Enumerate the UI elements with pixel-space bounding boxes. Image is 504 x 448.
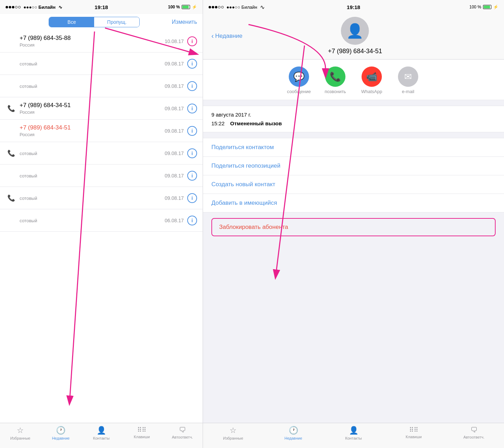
- call-date-2: 09.08.17: [165, 83, 184, 89]
- right-favorites-label: Избранные: [223, 436, 243, 440]
- call-type-7: сотовый: [20, 196, 165, 201]
- call-icon-3: 📞: [6, 105, 17, 112]
- call-item-3[interactable]: 📞 +7 (989) 684-34-51 Россия 09.08.17 i: [0, 97, 203, 120]
- info-btn-6[interactable]: i: [187, 171, 197, 181]
- info-btn-8[interactable]: i: [187, 216, 197, 225]
- right-header: ‹ Недавние 👤 +7 (989) 684-34-51: [203, 14, 504, 59]
- call-right-0: 10.08.17 i: [165, 36, 197, 46]
- info-btn-5[interactable]: i: [187, 148, 197, 158]
- back-button[interactable]: ‹ Недавние: [211, 32, 243, 40]
- right-keypad-icon: ⠿⠿: [409, 426, 418, 434]
- call-info-3: +7 (989) 684-34-51 Россия: [20, 102, 165, 115]
- call-item-4[interactable]: +7 (989) 684-34-51 Россия 09.08.17 i: [0, 120, 203, 142]
- call-type-8: сотовый: [20, 218, 165, 223]
- left-status-bar: ●●●○○ Билайн ∿ 19:18 100 % ⚡: [0, 0, 203, 14]
- left-voicemail-label: Автоответч.: [172, 435, 193, 439]
- whatsapp-circle: 📹: [362, 66, 382, 87]
- message-label: сообщение: [287, 89, 311, 94]
- action-row: 💬 сообщение 📞 позвонить 📹 WhatsApp ✉ e-m…: [203, 59, 504, 100]
- left-time: 19:18: [94, 4, 108, 10]
- call-info-7: сотовый: [20, 195, 165, 201]
- info-btn-7[interactable]: i: [187, 193, 197, 203]
- whatsapp-label: WhatsApp: [361, 89, 382, 94]
- signal-dots: [6, 6, 21, 8]
- info-btn-2[interactable]: i: [187, 81, 197, 91]
- right-carrier-name: ●●●○○ Билайн: [226, 5, 257, 10]
- segment-all[interactable]: Все: [49, 17, 94, 27]
- call-detail-status: Отмененный вызов: [230, 120, 282, 126]
- battery-icon: [182, 5, 190, 9]
- left-tab-contacts[interactable]: 👤 Контакты: [81, 426, 122, 440]
- call-date-0: 10.08.17: [165, 38, 184, 44]
- action-email[interactable]: ✉ e-mail: [394, 66, 422, 94]
- call-date-4: 09.08.17: [165, 128, 184, 134]
- right-tab-bar: ☆ Избранные 🕐 Недавние 👤 Контакты ⠿⠿ Кла…: [203, 423, 504, 448]
- right-battery-box: [483, 5, 491, 9]
- wifi-icon: ∿: [58, 5, 62, 10]
- action-message[interactable]: 💬 сообщение: [285, 66, 313, 94]
- phone-icon-3: 📞: [7, 105, 15, 112]
- action-whatsapp[interactable]: 📹 WhatsApp: [358, 66, 386, 94]
- call-number-4: +7 (989) 684-34-51: [20, 124, 165, 131]
- left-tab-keypad[interactable]: ⠿⠿ Клавиши: [121, 426, 162, 439]
- dot4: [15, 6, 18, 8]
- phone-icon-7: 📞: [7, 194, 15, 202]
- right-tab-favorites[interactable]: ☆ Избранные: [203, 426, 263, 440]
- email-label: e-mail: [402, 89, 414, 94]
- right-tab-recents[interactable]: 🕐 Недавние: [263, 426, 323, 440]
- segment-missed[interactable]: Пропущ.: [94, 17, 139, 27]
- menu-add-existing[interactable]: Добавить в имеющийся: [203, 194, 504, 212]
- call-right-7: 09.08.17 i: [165, 193, 197, 203]
- call-item-8[interactable]: сотовый 06.08.17 i: [0, 209, 203, 232]
- menu-share-location[interactable]: Поделиться геопозицией: [203, 157, 504, 175]
- call-info-4: +7 (989) 684-34-51 Россия: [20, 124, 165, 137]
- contact-avatar: 👤: [341, 17, 369, 45]
- right-favorites-icon: ☆: [230, 426, 237, 435]
- call-detail-section: 9 августа 2017 г. 15:22 Отмененный вызов: [203, 106, 504, 132]
- right-voicemail-icon: 🗨: [470, 426, 477, 434]
- call-item-6[interactable]: сотовый 09.08.17 i: [0, 164, 203, 187]
- call-item-1[interactable]: сотовый 09.08.17 i: [0, 52, 203, 75]
- left-tab-favorites[interactable]: ☆ Избранные: [0, 426, 41, 440]
- left-panel: ●●●○○ Билайн ∿ 19:18 100 % ⚡ Все Пропущ.…: [0, 0, 203, 448]
- call-date-3: 09.08.17: [165, 106, 184, 111]
- info-btn-1[interactable]: i: [187, 59, 197, 69]
- call-item-2[interactable]: сотовый 09.08.17 i: [0, 75, 203, 97]
- info-btn-3[interactable]: i: [187, 104, 197, 113]
- call-right-1: 09.08.17 i: [165, 59, 197, 69]
- left-recents-icon: 🕐: [56, 426, 65, 435]
- r-dot3: [215, 6, 217, 8]
- call-item-7[interactable]: 📞 сотовый 09.08.17 i: [0, 187, 203, 209]
- call-label: позвонить: [324, 89, 346, 94]
- edit-button[interactable]: Изменить: [172, 19, 197, 25]
- right-lightning: ⚡: [493, 5, 498, 9]
- segment-control[interactable]: Все Пропущ.: [49, 17, 140, 27]
- right-time: 19:18: [347, 4, 360, 10]
- dot1: [6, 6, 8, 8]
- call-number-0: +7 (989) 684-35-88: [20, 35, 165, 42]
- action-call[interactable]: 📞 позвонить: [321, 66, 349, 94]
- right-tab-contacts[interactable]: 👤 Контакты: [323, 426, 384, 440]
- right-status-bar: ●●●○○ Билайн ∿ 19:18 100 % ⚡: [203, 0, 504, 14]
- left-tab-recents[interactable]: 🕐 Недавние: [41, 426, 81, 440]
- info-btn-0[interactable]: i: [187, 36, 197, 46]
- info-btn-4[interactable]: i: [187, 126, 197, 136]
- left-tab-voicemail[interactable]: 🗨 Автоответч.: [162, 426, 203, 439]
- battery-fill: [182, 6, 189, 8]
- menu-share-contact[interactable]: Поделиться контактом: [203, 138, 504, 157]
- block-subscriber-button[interactable]: Заблокировать абонента: [211, 218, 496, 236]
- call-item-0[interactable]: +7 (989) 684-35-88 Россия 10.08.17 i: [0, 30, 203, 52]
- call-type-6: сотовый: [20, 173, 165, 178]
- call-right-4: 09.08.17 i: [165, 126, 197, 136]
- back-label: Недавние: [215, 33, 243, 40]
- call-item-5[interactable]: 📞 сотовый 09.08.17 i: [0, 142, 203, 164]
- menu-create-contact[interactable]: Создать новый контакт: [203, 175, 504, 194]
- right-tab-keypad[interactable]: ⠿⠿ Клавиши: [384, 426, 444, 439]
- call-type-0: Россия: [20, 42, 165, 48]
- menu-list: Поделиться контактом Поделиться геопозиц…: [203, 138, 504, 212]
- call-date-1: 09.08.17: [165, 61, 184, 66]
- right-tab-voicemail[interactable]: 🗨 Автоответч.: [444, 426, 504, 439]
- right-recents-icon: 🕐: [289, 426, 298, 435]
- contact-header: 👤 +7 (989) 684-34-51: [243, 17, 468, 55]
- call-type-1: сотовый: [20, 61, 165, 66]
